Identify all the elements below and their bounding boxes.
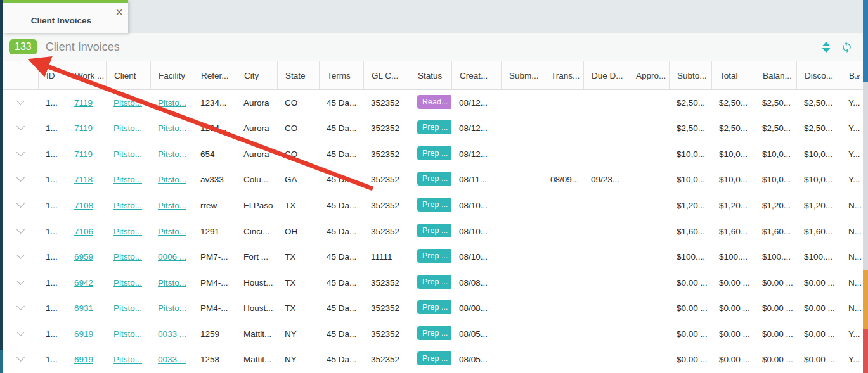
created-cell: 08/12...: [451, 149, 501, 159]
b-cell: Y...: [841, 175, 863, 184]
client-link[interactable]: Pitsto...: [113, 149, 142, 159]
work-link[interactable]: 6942: [74, 278, 93, 288]
client-link[interactable]: Pitsto...: [113, 175, 142, 184]
column-header-appro[interactable]: Appro...: [628, 61, 669, 89]
chevron-down-icon[interactable]: [16, 303, 25, 310]
client-link[interactable]: Pitsto...: [113, 355, 142, 364]
facility-link[interactable]: Pitsto...: [158, 227, 186, 236]
facility-link[interactable]: Pitsto...: [158, 175, 186, 184]
facility-link[interactable]: Pitsto...: [158, 303, 186, 313]
facility-link[interactable]: Pitsto...: [158, 149, 186, 159]
column-header-expand[interactable]: [3, 61, 38, 89]
refresh-icon[interactable]: [841, 41, 853, 53]
client-link[interactable]: Pitsto...: [113, 278, 142, 288]
created-cell: 08/05...: [451, 329, 501, 339]
terms-cell: 45 Da...: [319, 303, 363, 313]
client-link[interactable]: Pitsto...: [113, 98, 142, 108]
city-cell: Cinci...: [236, 227, 277, 236]
chevron-down-icon[interactable]: [16, 252, 25, 259]
column-header-terms[interactable]: Terms: [319, 61, 363, 89]
column-header-work[interactable]: Work ...: [67, 61, 106, 89]
column-header-subm[interactable]: Subm...: [501, 61, 543, 89]
work-link[interactable]: 6959: [74, 252, 93, 262]
gl-cell: 352352: [363, 329, 410, 339]
client-link[interactable]: Pitsto...: [113, 227, 142, 236]
column-header-city[interactable]: City: [236, 61, 277, 89]
column-header-due[interactable]: Due D...: [583, 61, 628, 89]
city-cell: Colu...: [236, 175, 277, 184]
client-link[interactable]: Pitsto...: [113, 123, 142, 133]
terms-cell: 45 Da...: [319, 227, 363, 236]
chevron-down-icon[interactable]: [16, 355, 25, 362]
sort-icon[interactable]: [822, 42, 831, 53]
column-header-subtotal[interactable]: Subto...: [669, 61, 711, 89]
scrollbar[interactable]: [863, 0, 868, 373]
work-link[interactable]: 6919: [74, 329, 93, 339]
column-header-created[interactable]: Creat...: [451, 61, 501, 89]
column-header-client[interactable]: Client: [106, 61, 150, 89]
city-cell: Aurora: [236, 98, 277, 108]
column-header-status[interactable]: Status: [410, 61, 451, 89]
id-cell: 1...: [38, 329, 67, 339]
column-header-trans[interactable]: Trans...: [543, 61, 583, 89]
client-link[interactable]: Pitsto...: [113, 201, 142, 210]
work-link[interactable]: 7118: [74, 175, 93, 184]
terms-cell: 45 Da...: [319, 123, 363, 133]
balance-cell: $0.00 ...: [755, 355, 796, 364]
discount-cell: $10,0...: [796, 149, 841, 159]
column-header-balance[interactable]: Balan...: [755, 61, 796, 89]
column-header-gl[interactable]: GL C...: [363, 61, 410, 89]
client-link[interactable]: Pitsto...: [113, 252, 142, 262]
facility-link[interactable]: Pitsto...: [158, 201, 186, 210]
facility-link[interactable]: 0033 ...: [158, 355, 186, 364]
work-link[interactable]: 7108: [74, 201, 93, 210]
chevron-down-icon[interactable]: [16, 201, 25, 208]
work-link[interactable]: 6931: [74, 303, 93, 313]
client-link[interactable]: Pitsto...: [113, 303, 142, 313]
city-cell: El Paso: [236, 201, 277, 210]
column-header-ref[interactable]: Refer...: [193, 61, 236, 89]
status-cell: Prep ...: [410, 224, 451, 239]
tab-client-invoices[interactable]: × Client Invoices: [3, 0, 128, 33]
facility-link[interactable]: 0006 ...: [158, 252, 186, 262]
work-link[interactable]: 6919: [74, 355, 93, 364]
city-cell: Mattit...: [236, 329, 277, 339]
facility-link[interactable]: Pitsto...: [158, 278, 186, 288]
discount-cell: $0.00 ...: [796, 278, 841, 288]
chevron-down-icon[interactable]: [16, 329, 25, 336]
column-header-id[interactable]: ID: [38, 61, 67, 89]
client-link[interactable]: Pitsto...: [113, 329, 142, 339]
chevron-down-icon[interactable]: [16, 175, 25, 182]
chevron-down-icon[interactable]: [16, 278, 25, 285]
chevron-down-icon[interactable]: [16, 227, 25, 234]
facility-link[interactable]: Pitsto...: [158, 123, 186, 133]
status-badge: Prep ...: [417, 300, 451, 314]
chevron-down-icon[interactable]: [16, 149, 25, 156]
left-strip-segment: [0, 350, 3, 373]
total-cell: $1,60...: [711, 227, 755, 236]
column-header-discount[interactable]: Disco...: [796, 61, 841, 89]
work-link[interactable]: 7106: [74, 227, 93, 236]
city-cell: Fort ...: [236, 252, 277, 262]
chevron-down-icon[interactable]: [16, 98, 25, 105]
work-link[interactable]: 7119: [74, 98, 93, 108]
b-cell: Y...: [841, 149, 863, 159]
terms-cell: 45 Da...: [319, 201, 363, 210]
subtotal-cell: $0.00 ...: [669, 303, 711, 313]
state-cell: TX: [277, 252, 319, 262]
status-badge: Prep ...: [417, 198, 451, 212]
state-cell: TX: [277, 201, 319, 210]
facility-link[interactable]: Pitsto...: [158, 98, 186, 108]
facility-cell: 0033 ...: [150, 355, 193, 364]
total-cell: $1,20...: [711, 201, 755, 210]
table-row: 1...6959Pitsto...0006 ...PM7-...Fort ...…: [3, 244, 863, 270]
status-cell: Prep ...: [410, 172, 451, 187]
chevron-down-icon[interactable]: [16, 123, 25, 130]
column-header-total[interactable]: Total: [711, 61, 755, 89]
client-cell: Pitsto...: [106, 123, 150, 133]
work-link[interactable]: 7119: [74, 149, 93, 159]
column-header-facility[interactable]: Facility: [150, 61, 193, 89]
facility-link[interactable]: 0033 ...: [158, 329, 186, 339]
column-header-state[interactable]: State: [277, 61, 319, 89]
work-link[interactable]: 7119: [74, 123, 93, 133]
